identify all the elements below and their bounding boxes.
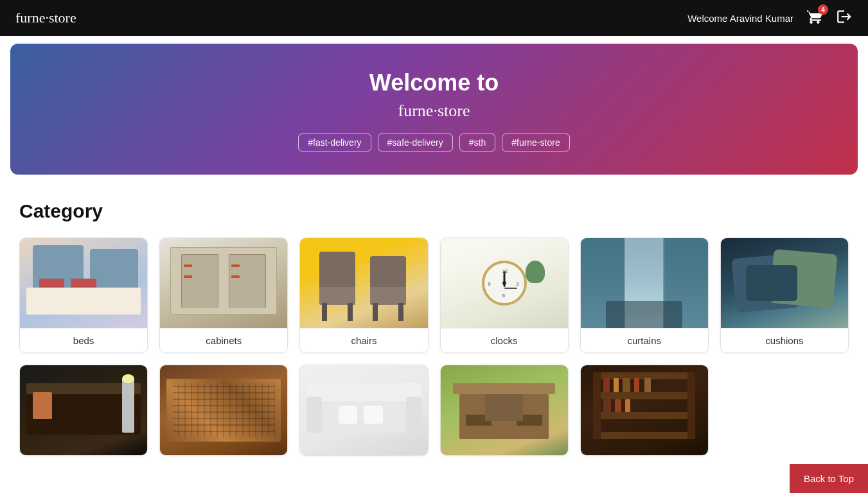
category-card-rugs[interactable]	[159, 365, 288, 456]
category-label-chairs: chairs	[300, 328, 427, 352]
hero-tag-4: #furne-store	[502, 134, 569, 151]
navbar-logo[interactable]: furne·store	[15, 10, 76, 26]
hero-banner: Welcome to furne·store #fast-delivery #s…	[10, 44, 858, 175]
category-card-chairs[interactable]: chairs	[299, 238, 428, 353]
navbar: furne·store Welcome Aravind Kumar 4	[0, 0, 868, 36]
empty-slot	[720, 365, 849, 456]
category-card-curtains[interactable]: curtains	[580, 238, 709, 353]
category-grid-row2	[19, 365, 849, 456]
logout-button[interactable]	[836, 8, 853, 28]
category-label-clocks: clocks	[441, 328, 568, 352]
category-title: Category	[19, 200, 849, 222]
category-card-cabinets[interactable]: cabinets	[159, 238, 288, 353]
logout-icon	[836, 8, 853, 25]
back-to-top-button[interactable]: Back to Top	[790, 464, 868, 493]
hero-brand: furne·store	[23, 101, 845, 121]
cart-button[interactable]: 4	[806, 8, 823, 28]
category-card-cushions[interactable]: cushions	[720, 238, 849, 353]
category-grid-row1: beds cabinets	[19, 238, 849, 353]
hero-tag-1: #fast-delivery	[298, 134, 371, 151]
category-label-beds: beds	[20, 328, 147, 352]
category-card-desks[interactable]	[19, 365, 148, 456]
hero-tag-2: #safe-delivery	[378, 134, 453, 151]
navbar-right: Welcome Aravind Kumar 4	[687, 8, 853, 28]
category-card-clocks[interactable]: 12 3 6 9 clocks	[440, 238, 569, 353]
category-card-sofas[interactable]	[299, 365, 428, 456]
navbar-welcome: Welcome Aravind Kumar	[687, 13, 793, 24]
hero-tag-3: #sth	[459, 134, 495, 151]
category-card-shelves[interactable]	[580, 365, 709, 456]
category-label-cushions: cushions	[721, 328, 848, 352]
hero-tags: #fast-delivery #safe-delivery #sth #furn…	[23, 134, 845, 151]
category-card-beds[interactable]: beds	[19, 238, 148, 353]
category-section: Category beds	[0, 182, 868, 456]
category-label-curtains: curtains	[581, 328, 708, 352]
category-label-cabinets: cabinets	[160, 328, 287, 352]
cart-badge: 4	[818, 4, 828, 15]
category-card-tables[interactable]	[440, 365, 569, 456]
hero-title: Welcome to	[23, 69, 845, 96]
